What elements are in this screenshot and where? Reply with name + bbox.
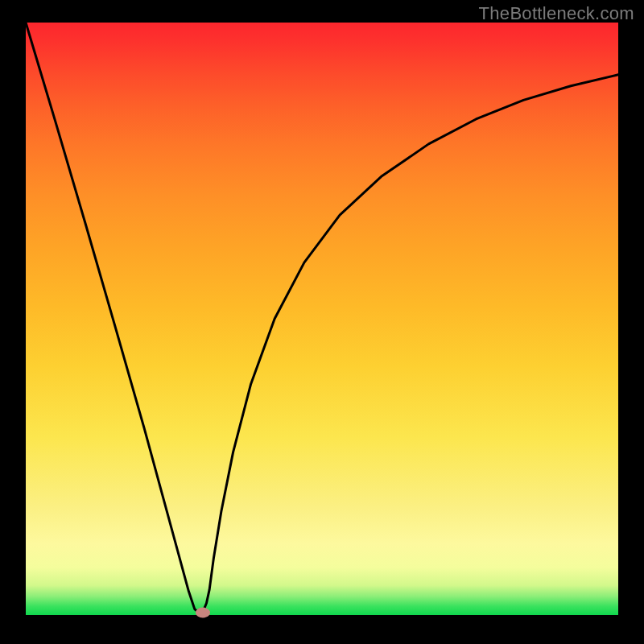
bottleneck-curve <box>26 23 618 613</box>
attribution-text: TheBottleneck.com <box>479 3 634 24</box>
curve-svg <box>26 23 618 615</box>
plot-area <box>26 23 618 615</box>
minimum-marker <box>196 608 210 618</box>
